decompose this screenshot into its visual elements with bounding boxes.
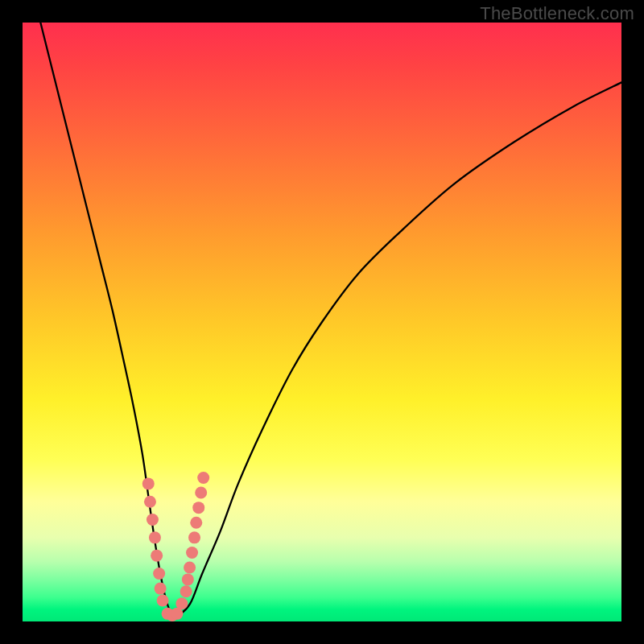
highlight-dot bbox=[155, 583, 167, 595]
plot-area bbox=[23, 23, 621, 621]
highlight-dot bbox=[186, 547, 198, 559]
highlight-dot bbox=[151, 550, 163, 562]
watermark-text: TheBottleneck.com bbox=[480, 3, 634, 24]
highlight-dot bbox=[188, 531, 200, 543]
highlight-dot bbox=[147, 514, 159, 526]
highlight-dot bbox=[175, 597, 188, 609]
bottleneck-curve bbox=[40, 23, 621, 617]
highlight-dots bbox=[142, 472, 209, 621]
highlight-dot bbox=[192, 502, 204, 514]
highlight-dot bbox=[149, 531, 161, 543]
highlight-dot bbox=[153, 568, 165, 580]
highlight-dot bbox=[182, 573, 194, 585]
highlight-dot bbox=[142, 477, 155, 489]
curve-layer bbox=[23, 23, 621, 621]
chart-frame: TheBottleneck.com bbox=[0, 0, 644, 644]
highlight-dot bbox=[197, 472, 209, 484]
highlight-dot bbox=[190, 517, 202, 529]
highlight-dot bbox=[184, 562, 196, 574]
highlight-dot bbox=[180, 585, 192, 597]
highlight-dot bbox=[195, 487, 207, 499]
highlight-dot bbox=[144, 496, 156, 508]
highlight-dot bbox=[157, 594, 169, 606]
